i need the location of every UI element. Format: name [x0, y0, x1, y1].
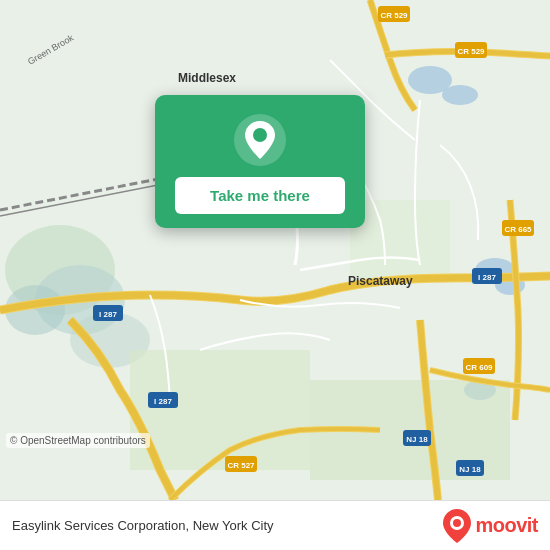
bottom-bar: Easylink Services Corporation, New York … [0, 500, 550, 550]
svg-rect-12 [350, 200, 450, 280]
svg-text:I 287: I 287 [154, 397, 172, 406]
popup-card: Take me there [155, 95, 365, 228]
svg-text:CR 527: CR 527 [227, 461, 255, 470]
location-pin-icon [233, 113, 287, 167]
svg-text:CR 609: CR 609 [465, 363, 493, 372]
svg-text:CR 665: CR 665 [504, 225, 532, 234]
take-me-there-button[interactable]: Take me there [175, 177, 345, 214]
svg-text:I 287: I 287 [478, 273, 496, 282]
map-background: Green Brook I 287 I 287 I 287 NJ 18 NJ 1… [0, 0, 550, 500]
moovit-pin-icon [443, 509, 471, 543]
svg-text:NJ 18: NJ 18 [459, 465, 481, 474]
map-container[interactable]: Green Brook I 287 I 287 I 287 NJ 18 NJ 1… [0, 0, 550, 500]
svg-point-6 [442, 85, 478, 105]
svg-text:Middlesex: Middlesex [178, 71, 236, 85]
svg-text:CR 529: CR 529 [457, 47, 485, 56]
svg-text:CR 529: CR 529 [380, 11, 408, 20]
svg-point-41 [453, 519, 461, 527]
svg-point-39 [253, 128, 267, 142]
moovit-brand-text: moovit [475, 514, 538, 537]
location-info: Easylink Services Corporation, New York … [12, 518, 274, 533]
moovit-logo: moovit [443, 509, 538, 543]
map-attribution: © OpenStreetMap contributors [6, 433, 150, 448]
svg-text:NJ 18: NJ 18 [406, 435, 428, 444]
svg-text:I 287: I 287 [99, 310, 117, 319]
svg-text:Piscataway: Piscataway [348, 274, 413, 288]
